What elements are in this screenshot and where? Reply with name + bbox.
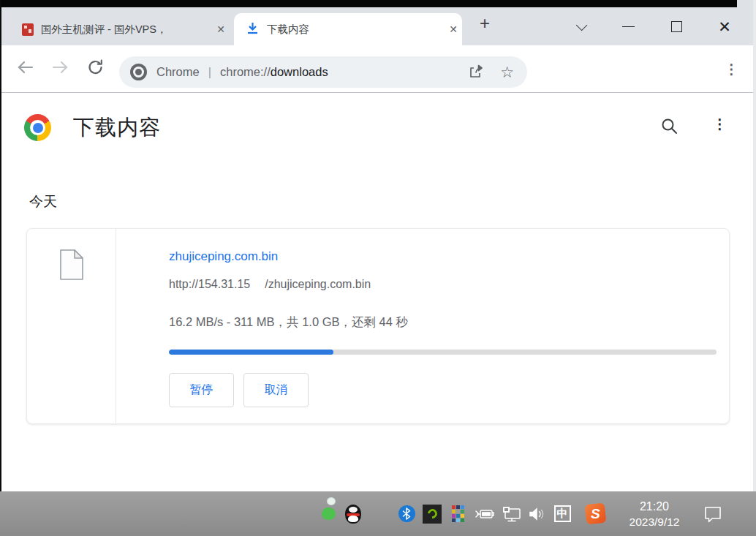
network-display-icon[interactable] — [502, 491, 522, 536]
downloads-page: 下载内容 ⋮ 今天 zhujiceping.com.bin http://154… — [1, 94, 753, 491]
tab-close-icon[interactable]: ✕ — [212, 23, 230, 35]
date-group-label: 今天 — [29, 192, 57, 211]
color-grid-icon[interactable] — [450, 491, 466, 536]
browser-toolbar: Chrome | chrome:// downloads ☆ ⋮ — [0, 45, 756, 93]
window-left-edge — [0, 0, 1, 491]
share-icon[interactable] — [468, 63, 484, 82]
download-actions: 暂停 取消 — [169, 373, 729, 407]
url-scheme: chrome:// — [220, 65, 271, 79]
bluetooth-icon[interactable] — [397, 491, 416, 536]
sogou-input-icon[interactable]: S — [583, 491, 607, 536]
download-item-card: zhujiceping.com.bin http://154.31.15/zhu… — [26, 228, 730, 424]
progress-bar — [169, 350, 717, 355]
url-app-label: Chrome — [156, 65, 200, 79]
url-divider: | — [208, 65, 211, 79]
clock-date: 2023/9/12 — [630, 515, 680, 529]
tab-downloads[interactable]: 下载内容 ✕ — [234, 13, 462, 45]
chrome-logo-icon — [24, 114, 51, 141]
new-tab-button[interactable]: + — [474, 12, 496, 34]
url-page: downloads — [271, 65, 328, 79]
address-bar[interactable]: Chrome | chrome:// downloads ☆ — [119, 56, 527, 88]
file-icon-column — [27, 229, 116, 423]
taskbar-clock[interactable]: 21:20 2023/9/12 — [611, 491, 698, 536]
minimize-button[interactable] — [604, 12, 652, 41]
downloads-header: 下载内容 ⋮ — [1, 94, 753, 162]
action-center-icon[interactable] — [700, 491, 725, 536]
download-filename-link[interactable]: zhujiceping.com.bin — [169, 249, 278, 264]
cancel-button[interactable]: 取消 — [243, 373, 309, 407]
download-favicon-icon — [246, 21, 260, 38]
file-icon — [59, 249, 84, 284]
download-details: zhujiceping.com.bin http://154.31.15/zhu… — [143, 229, 729, 407]
desktop: 国外主机测评 - 国外VPS， ✕ 下载内容 ✕ + ✕ — [0, 0, 756, 536]
browser-window: 国外主机测评 - 国外VPS， ✕ 下载内容 ✕ + ✕ — [0, 0, 756, 491]
pause-button[interactable]: 暂停 — [169, 373, 234, 407]
volume-icon[interactable] — [527, 491, 546, 536]
bookmark-star-icon[interactable]: ☆ — [500, 64, 514, 80]
window-right-edge — [753, 0, 756, 491]
downloads-menu-icon[interactable]: ⋮ — [713, 116, 727, 132]
tab-close-icon[interactable]: ✕ — [445, 23, 462, 35]
close-window-button[interactable]: ✕ — [700, 12, 749, 41]
forward-icon[interactable] — [51, 58, 69, 80]
download-status-text: 16.2 MB/s - 311 MB，共 1.0 GB，还剩 44 秒 — [169, 314, 729, 331]
page-title: 下载内容 — [73, 113, 161, 143]
taskbar[interactable]: 中 S 21:20 2023/9/12 — [0, 491, 756, 536]
tab-search-chevron-icon[interactable] — [556, 12, 604, 41]
progress-fill — [169, 350, 333, 355]
power-battery-icon[interactable] — [474, 491, 496, 536]
qq-icon[interactable] — [344, 491, 363, 536]
back-icon[interactable] — [16, 58, 34, 80]
search-icon[interactable] — [660, 117, 678, 138]
download-source-url: http://154.31.15/zhujiceping.com.bin — [169, 278, 729, 291]
clock-time: 21:20 — [640, 498, 669, 515]
maximize-button[interactable] — [652, 12, 700, 41]
ime-language-icon[interactable]: 中 — [552, 491, 572, 536]
wechat-icon[interactable] — [317, 491, 339, 536]
tab-zhujiceping[interactable]: 国外主机测评 - 国外VPS， ✕ — [13, 13, 230, 45]
browser-menu-icon[interactable]: ⋮ — [725, 61, 738, 78]
window-top-edge — [1, 0, 737, 7]
site-seal-favicon-icon — [22, 23, 34, 36]
nvidia-icon[interactable] — [422, 491, 442, 536]
tab-title: 下载内容 — [267, 23, 445, 37]
chrome-page-icon — [130, 64, 147, 80]
reload-icon[interactable] — [86, 58, 105, 80]
window-controls: ✕ — [556, 7, 749, 45]
tab-title: 国外主机测评 - 国外VPS， — [41, 23, 212, 37]
